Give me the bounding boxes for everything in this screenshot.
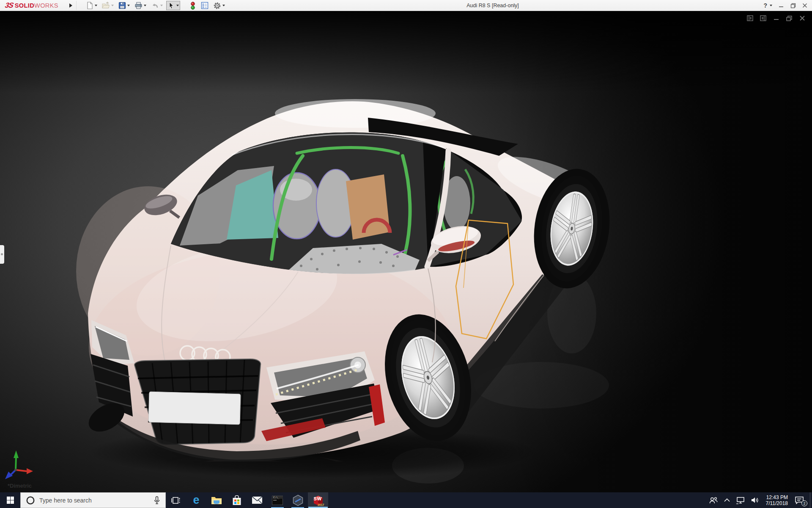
dropdown-caret-icon[interactable] bbox=[127, 5, 130, 6]
restore-button[interactable] bbox=[790, 3, 796, 8]
toolbar-separator bbox=[76, 1, 77, 10]
restore-icon bbox=[790, 3, 796, 8]
view-orientation-label: *Dimetric bbox=[8, 483, 32, 489]
document-restore-button[interactable] bbox=[785, 15, 793, 22]
close-icon bbox=[802, 3, 807, 8]
minimize-icon bbox=[779, 3, 784, 8]
windows-taskbar: Type here to search e bbox=[0, 492, 812, 508]
dropdown-caret-icon[interactable] bbox=[176, 5, 179, 6]
document-close-button[interactable] bbox=[798, 15, 806, 22]
taskbar-app-file-explorer[interactable] bbox=[206, 492, 227, 508]
save-button[interactable] bbox=[117, 1, 131, 10]
file-properties-button[interactable] bbox=[200, 1, 210, 10]
page-icon bbox=[86, 2, 93, 9]
dropdown-caret-icon[interactable] bbox=[222, 5, 225, 6]
taskbar-app-mail[interactable] bbox=[247, 492, 267, 508]
taskbar-left: Type here to search e bbox=[0, 492, 328, 508]
taskbar-app-solidworks[interactable]: SW 2017 bbox=[308, 492, 328, 508]
task-view-icon bbox=[171, 496, 181, 505]
speaker-icon bbox=[751, 497, 760, 504]
print-button[interactable] bbox=[133, 1, 148, 10]
solidworks-icon-label: SW bbox=[314, 496, 322, 501]
dropdown-caret-icon bbox=[770, 5, 772, 6]
windows-logo-icon bbox=[7, 497, 14, 504]
minimize-button[interactable] bbox=[778, 3, 784, 8]
system-tray: 12:43 PM 7/11/2018 2 bbox=[706, 492, 812, 508]
search-placeholder: Type here to search bbox=[39, 497, 154, 504]
dropdown-caret-icon bbox=[111, 5, 114, 6]
solidworks-icon-year: 2017 bbox=[318, 503, 324, 506]
help-label: ? bbox=[763, 2, 767, 9]
undo-arrow-icon bbox=[151, 2, 159, 9]
taskbar-app-hexagon[interactable] bbox=[288, 492, 308, 508]
start-button[interactable] bbox=[0, 492, 20, 508]
titlebar: 3S SOLIDWORKS bbox=[0, 0, 812, 11]
new-document-button[interactable] bbox=[85, 1, 99, 10]
document-window-controls bbox=[746, 15, 806, 22]
solidworks-logo: 3S SOLIDWORKS bbox=[5, 0, 58, 11]
reference-triad bbox=[5, 450, 33, 479]
gear-icon bbox=[213, 2, 221, 10]
document-minimize-button[interactable] bbox=[772, 15, 780, 22]
mail-icon bbox=[252, 496, 263, 504]
window-controls: ? bbox=[763, 0, 808, 11]
floppy-icon bbox=[118, 2, 126, 9]
graphics-viewport[interactable]: *Dimetric bbox=[0, 11, 812, 492]
model-scene bbox=[0, 11, 812, 492]
brand-solid: SOLID bbox=[15, 2, 34, 9]
network-icon bbox=[736, 497, 745, 504]
help-button[interactable]: ? bbox=[763, 2, 772, 9]
dassault-logo-mark: 3S bbox=[4, 1, 14, 10]
dropdown-caret-icon[interactable] bbox=[95, 5, 97, 6]
edge-icon: e bbox=[193, 494, 199, 506]
traffic-light-icon bbox=[189, 2, 196, 10]
list-icon bbox=[201, 2, 208, 9]
command-prompt-title-text: C:\_ bbox=[273, 496, 283, 499]
tray-date: 7/11/2018 bbox=[766, 500, 788, 506]
cursor-icon bbox=[167, 2, 175, 9]
search-input[interactable]: Type here to search bbox=[20, 492, 166, 508]
task-view-button[interactable] bbox=[166, 492, 186, 508]
brand-works: WORKS bbox=[34, 2, 58, 9]
clock[interactable]: 12:43 PM 7/11/2018 bbox=[763, 492, 792, 508]
command-prompt-icon: C:\_ bbox=[272, 496, 283, 505]
options-button[interactable] bbox=[212, 1, 226, 10]
hexagon-app-icon bbox=[292, 494, 304, 506]
tray-time: 12:43 PM bbox=[766, 494, 788, 500]
network-button[interactable] bbox=[733, 492, 748, 508]
tray-overflow-button[interactable] bbox=[721, 492, 733, 508]
people-button[interactable] bbox=[706, 492, 721, 508]
solidworks-2017-icon: SW 2017 bbox=[313, 494, 324, 506]
taskbar-app-store[interactable] bbox=[227, 492, 247, 508]
open-button[interactable] bbox=[101, 1, 115, 10]
close-button[interactable] bbox=[802, 3, 808, 8]
chevron-up-icon bbox=[724, 498, 730, 502]
printer-icon bbox=[134, 2, 143, 9]
menu-flyout-arrow-icon[interactable] bbox=[68, 2, 74, 9]
action-center-button[interactable]: 2 bbox=[791, 492, 809, 508]
microphone-icon[interactable] bbox=[154, 496, 160, 505]
cortana-icon bbox=[26, 496, 35, 505]
select-button[interactable] bbox=[166, 1, 180, 10]
dropdown-caret-icon bbox=[160, 5, 163, 6]
solidworks-window: 3S SOLIDWORKS bbox=[0, 0, 812, 508]
taskbar-app-command-prompt[interactable]: C:\_ bbox=[267, 492, 288, 508]
people-icon bbox=[709, 497, 718, 504]
volume-button[interactable] bbox=[748, 492, 763, 508]
file-explorer-icon bbox=[211, 496, 222, 505]
notification-badge: 2 bbox=[801, 500, 807, 506]
taskbar-app-edge[interactable]: e bbox=[186, 492, 206, 508]
featuremanager-splitter-tab[interactable] bbox=[0, 245, 4, 264]
dropdown-caret-icon[interactable] bbox=[144, 5, 146, 6]
microsoft-store-icon bbox=[232, 495, 241, 505]
window-title: Audi R8 S [Read-only] bbox=[466, 3, 519, 8]
pane-left-icon[interactable] bbox=[746, 15, 754, 22]
quick-access-toolbar bbox=[85, 0, 228, 11]
rebuild-button[interactable] bbox=[188, 1, 198, 10]
folder-icon bbox=[102, 2, 110, 9]
pane-right-icon[interactable] bbox=[759, 15, 767, 22]
undo-button[interactable] bbox=[150, 1, 164, 10]
show-desktop-button[interactable] bbox=[810, 492, 812, 508]
